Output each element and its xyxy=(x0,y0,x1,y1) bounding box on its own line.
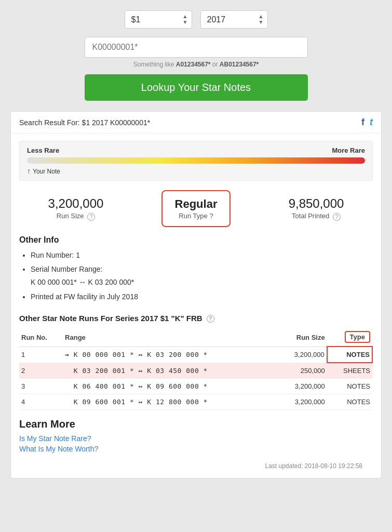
type-cell: NOTES xyxy=(327,347,372,363)
run-size-cell: 250,000 xyxy=(276,363,327,379)
denomination-select-wrapper: $1 $2 $5 $10 $20 $50 $100 ▲ ▼ xyxy=(125,10,192,29)
run-size-value: 3,200,000 xyxy=(48,196,104,211)
run-size-label: Run Size ? xyxy=(48,212,104,220)
run-type-help-icon[interactable]: ? xyxy=(209,212,213,220)
col-run-size: Run Size xyxy=(276,328,327,347)
run-type-highlight: Regular Run Type ? xyxy=(161,190,231,227)
run-size-block: 3,200,000 Run Size ? xyxy=(48,196,104,220)
range-cell: → K 00 000 001 * ↔ K 03 200 000 * xyxy=(63,347,276,363)
table-header-row: Run No. Range Run Size Type xyxy=(19,328,372,347)
serial-example2: AB01234567* xyxy=(220,61,259,68)
other-info-section: Other Info Run Number: 1 Serial Number R… xyxy=(11,227,381,303)
total-printed-block: 9,850,000 Total Printed ? xyxy=(289,196,344,220)
learn-more-link-2[interactable]: What Is My Note Worth? xyxy=(19,445,373,453)
runs-title: Other Star Note Runs For Series 2017 $1 … xyxy=(19,314,373,323)
other-info-title: Other Info xyxy=(19,235,373,245)
run-no-cell: 2 xyxy=(19,363,63,379)
result-header-text: Search Result For: $1 2017 K00000001* xyxy=(19,118,150,127)
range-cell: K 06 400 001 * ↔ K 09 600 000 * xyxy=(63,379,276,394)
more-rare-label: More Rare xyxy=(332,147,365,154)
rarity-section: Less Rare More Rare ↑Your Note xyxy=(19,141,373,181)
total-printed-help-icon[interactable]: ? xyxy=(333,213,341,221)
serial-example1: A01234567* xyxy=(176,61,211,68)
run-size-cell: 3,200,000 xyxy=(276,347,327,363)
serial-input[interactable]: K00000001* xyxy=(85,37,308,58)
run-no-cell: 3 xyxy=(19,379,63,394)
runs-title-help-icon[interactable]: ? xyxy=(207,315,214,323)
results-card: Search Result For: $1 2017 K00000001* f … xyxy=(10,111,382,478)
range-cell: K 09 600 001 * ↔ K 12 800 000 * xyxy=(63,394,276,410)
serial-section: K00000001* Something like A01234567* or … xyxy=(0,37,392,68)
footer-text: Last updated: 2018-08-10 19:22:58 xyxy=(11,455,381,470)
denomination-select[interactable]: $1 $2 $5 $10 $20 $50 $100 xyxy=(125,10,192,29)
type-cell: SHEETS xyxy=(327,363,372,379)
run-size-cell: 3,200,000 xyxy=(276,394,327,410)
rarity-bar xyxy=(27,157,365,164)
table-row: 4 K 09 600 001 * ↔ K 12 800 000 * 3,200,… xyxy=(19,394,372,410)
rarity-labels: Less Rare More Rare xyxy=(27,147,365,154)
type-cell: NOTES xyxy=(327,394,372,410)
other-info-item-1: Run Number: 1 xyxy=(31,249,373,262)
table-row: 2 K 03 200 001 * ↔ K 03 450 000 * 250,00… xyxy=(19,363,372,379)
lookup-button[interactable]: Lookup Your Star Notes xyxy=(85,74,308,101)
year-select-wrapper: 2013 2017 2017A 2021 ▲ ▼ xyxy=(200,10,268,29)
col-type: Type xyxy=(327,328,372,347)
runs-table: Run No. Range Run Size Type 1 → K 00 000… xyxy=(19,328,373,410)
facebook-icon[interactable]: f xyxy=(361,117,364,128)
other-info-item-3: Printed at FW facility in July 2018 xyxy=(31,290,373,303)
table-row: 3 K 06 400 001 * ↔ K 09 600 000 * 3,200,… xyxy=(19,379,372,394)
learn-more-title: Learn More xyxy=(19,418,373,430)
run-size-help-icon[interactable]: ? xyxy=(87,213,95,221)
table-row: 1 → K 00 000 001 * ↔ K 03 200 000 * 3,20… xyxy=(19,347,372,363)
run-type-value: Regular xyxy=(175,197,218,211)
col-run-no: Run No. xyxy=(19,328,63,347)
total-printed-label: Total Printed ? xyxy=(289,212,344,220)
learn-more-link-1[interactable]: Is My Star Note Rare? xyxy=(19,434,373,443)
col-range: Range xyxy=(63,328,276,347)
other-info-list: Run Number: 1 Serial Number Range:K 00 0… xyxy=(19,249,373,303)
less-rare-label: Less Rare xyxy=(27,147,59,154)
social-icons: f t xyxy=(361,117,373,128)
runs-section: Other Star Note Runs For Series 2017 $1 … xyxy=(11,304,381,410)
year-select[interactable]: 2013 2017 2017A 2021 xyxy=(200,10,268,29)
stats-row: 3,200,000 Run Size ? Regular Run Type ? … xyxy=(11,181,381,227)
run-size-cell: 3,200,000 xyxy=(276,379,327,394)
learn-more-section: Learn More Is My Star Note Rare? What Is… xyxy=(11,410,381,453)
run-type-label: Run Type ? xyxy=(175,212,218,220)
range-cell: K 03 200 001 * ↔ K 03 450 000 * xyxy=(63,363,276,379)
arrow-up-icon: ↑ xyxy=(27,167,31,175)
type-cell: NOTES xyxy=(327,379,372,394)
your-note-marker: ↑Your Note xyxy=(27,167,365,175)
twitter-icon[interactable]: t xyxy=(370,117,373,128)
result-header: Search Result For: $1 2017 K00000001* f … xyxy=(11,112,381,134)
run-no-cell: 1 xyxy=(19,347,63,363)
run-no-cell: 4 xyxy=(19,394,63,410)
other-info-item-2: Serial Number Range:K 00 000 001* ↔ K 03… xyxy=(31,263,373,289)
serial-hint: Something like A01234567* or AB01234567* xyxy=(133,61,259,68)
total-printed-value: 9,850,000 xyxy=(289,196,344,211)
